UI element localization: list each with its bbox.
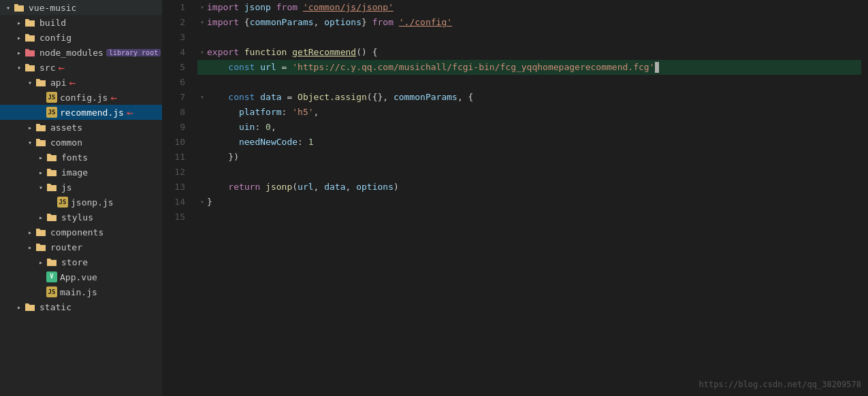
plain: ( — [292, 180, 298, 195]
sidebar-item-label: components — [50, 227, 103, 237]
string: 'common/js/jsonp' — [303, 0, 393, 15]
folder-icon — [25, 33, 37, 42]
sidebar-item-main-js[interactable]: JS main.js — [0, 284, 162, 299]
fold-gutter: ▾ — [197, 90, 207, 105]
sidebar-item-static[interactable]: static — [0, 299, 162, 314]
string: 'https://c.y.qq.com/musichall/fcgi-bin/f… — [292, 60, 654, 75]
code-line-5: const url = 'https://c.y.qq.com/musichal… — [197, 60, 861, 75]
sidebar-item-recommend-js[interactable]: JS recommend.js ← — [0, 105, 162, 120]
sidebar-item-build[interactable]: build — [0, 15, 162, 30]
indent — [207, 60, 228, 75]
arrow-icon — [25, 244, 35, 251]
plain: : — [282, 105, 293, 120]
folder-icon — [46, 152, 59, 162]
sidebar-item-router[interactable]: router — [0, 240, 162, 254]
js-file-icon: JS — [57, 197, 68, 208]
arrow-icon — [35, 259, 46, 266]
sidebar-item-label: image — [61, 167, 88, 178]
sidebar-item-app-vue[interactable]: V App.vue — [0, 269, 162, 284]
identifier: data — [324, 180, 345, 195]
sidebar-item-label: js — [61, 182, 72, 193]
plain: , — [314, 15, 325, 30]
red-arrow-icon: ← — [58, 61, 65, 74]
sidebar-item-assets[interactable]: assets — [0, 120, 162, 135]
folder-icon — [35, 122, 48, 132]
plain: , — [314, 105, 319, 120]
sidebar-item-label: static — [39, 302, 71, 312]
sidebar-item-label: store — [61, 257, 88, 267]
arrow-icon — [14, 49, 25, 56]
sidebar-item-label: vue-music — [29, 3, 76, 13]
plain: () { — [356, 45, 377, 60]
code-line-1: ▾ import jsonp from 'common/js/jsonp' — [197, 0, 861, 15]
sidebar-item-js[interactable]: js — [0, 180, 162, 195]
arrow-icon — [14, 19, 25, 27]
arrow-icon — [35, 184, 46, 191]
line-numbers: 1 2 3 4 5 6 7 8 9 10 11 12 13 14 15 — [162, 0, 191, 396]
code-line-7: ▾ const data = Object.assign({}, commonP… — [197, 90, 861, 105]
sidebar-item-vue-music[interactable]: vue-music — [0, 0, 162, 15]
sidebar-item-image[interactable]: image — [0, 165, 162, 180]
keyword: from — [372, 15, 399, 30]
plain: : — [255, 120, 266, 135]
plain: , — [314, 180, 325, 195]
sidebar-item-label: fonts — [61, 152, 88, 163]
sidebar-item-label: config — [39, 33, 71, 43]
folder-icon — [25, 302, 37, 312]
identifier: commonParams — [250, 15, 314, 30]
arrow-icon — [35, 214, 46, 221]
sidebar-item-label: App.vue — [60, 272, 97, 282]
keyword: import — [207, 15, 244, 30]
number: 0 — [266, 120, 271, 135]
indent — [207, 135, 239, 150]
folder-icon — [35, 242, 48, 252]
folder-icon — [14, 3, 26, 12]
code-editor[interactable]: 1 2 3 4 5 6 7 8 9 10 11 12 13 14 15 ▾ im… — [162, 0, 868, 396]
sidebar-item-label: stylus — [61, 212, 93, 222]
sidebar-item-stylus[interactable]: stylus — [0, 210, 162, 225]
sidebar-item-label: recommend.js — [60, 108, 124, 118]
folder-icon-special — [25, 48, 37, 57]
keyword: from — [276, 0, 303, 15]
sidebar-item-store[interactable]: store — [0, 254, 162, 269]
sidebar-item-jsonp-js[interactable]: JS jsonp.js — [0, 195, 162, 210]
code-line-4: ▾ export function getRecommend() { — [197, 45, 861, 60]
js-file-icon: JS — [46, 286, 57, 297]
code-line-10: needNewCode: 1 — [197, 135, 861, 150]
code-line-9: uin: 0, — [197, 120, 861, 135]
sidebar-item-config-js[interactable]: JS config.js ← — [0, 90, 162, 105]
property: uin — [239, 120, 255, 135]
sidebar-item-common[interactable]: common — [0, 135, 162, 150]
sidebar-item-components[interactable]: components — [0, 225, 162, 240]
sidebar-item-api[interactable]: api ← — [0, 75, 162, 90]
code-content[interactable]: ▾ import jsonp from 'common/js/jsonp' ▾ … — [191, 0, 868, 396]
identifier: jsonp — [244, 0, 276, 15]
sidebar-item-fonts[interactable]: fonts — [0, 150, 162, 165]
folder-icon — [25, 63, 37, 72]
arrow-icon — [25, 139, 35, 146]
code-line-11: }) — [197, 150, 861, 165]
sidebar-item-label: common — [50, 137, 82, 148]
code-line-6 — [197, 75, 861, 90]
keyword: import — [207, 0, 244, 15]
code-line-3 — [197, 30, 861, 45]
indent — [207, 150, 228, 165]
folder-icon — [46, 182, 59, 192]
plain: { — [244, 15, 250, 30]
keyword: export — [207, 45, 244, 60]
sidebar-item-src[interactable]: src ← — [0, 60, 162, 75]
sidebar-item-node-modules[interactable]: node_modules library root — [0, 45, 162, 60]
indent — [207, 105, 239, 120]
method: Object.assign — [298, 90, 367, 105]
property: needNewCode — [239, 135, 298, 150]
identifier: options — [324, 15, 361, 30]
sidebar-item-label: router — [50, 242, 82, 252]
sidebar-item-config[interactable]: config — [0, 30, 162, 45]
folder-icon — [46, 257, 59, 267]
code-line-15 — [197, 210, 861, 225]
plain: ) — [393, 180, 399, 195]
folder-icon — [35, 137, 48, 147]
code-line-12 — [197, 165, 861, 180]
identifier: options — [356, 180, 393, 195]
fold-gutter: ▾ — [197, 0, 207, 15]
